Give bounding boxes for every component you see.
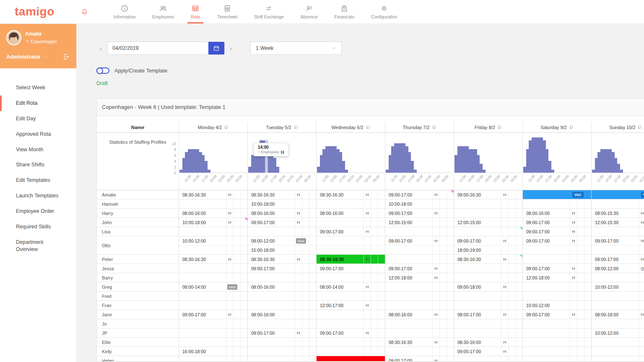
range-select[interactable]: 1 Week: [250, 41, 342, 55]
shift-cell[interactable]: 09:00-17:00H: [179, 310, 247, 319]
shift-cell[interactable]: 08:30-16:30H: [385, 338, 454, 346]
shift-cell[interactable]: 09:00-17:00H: [522, 310, 591, 319]
shift-cell[interactable]: 08:00-12:00Q: [591, 264, 644, 273]
shift-cell[interactable]: [247, 227, 316, 236]
shift-cell[interactable]: [179, 292, 247, 300]
shift-cell[interactable]: [385, 301, 454, 310]
sidebar-item-edit-rota[interactable]: Edit Rota: [0, 96, 76, 111]
shift-cell[interactable]: [591, 319, 644, 328]
shift-cell[interactable]: [454, 273, 522, 282]
sidebar-item-select-week[interactable]: Select Week: [0, 80, 76, 96]
sign-out-icon[interactable]: [62, 53, 70, 60]
shift-cell[interactable]: [385, 347, 454, 356]
shift-cell[interactable]: 08:00-17:00H: [454, 310, 522, 319]
shift-cell[interactable]: 09:00-17:00H: [385, 190, 454, 199]
shift-cell[interactable]: 08:00-14:00QWeb: [179, 282, 247, 291]
shift-cell[interactable]: [316, 356, 385, 362]
shift-cell[interactable]: [316, 292, 385, 300]
shift-cell[interactable]: 09:00-17:00H: [316, 328, 385, 337]
shift-cell[interactable]: [316, 199, 385, 208]
shift-cell[interactable]: 09:00-18:00H: [454, 282, 522, 291]
shift-cell[interactable]: 10:00-18:00: [385, 199, 454, 208]
shift-cell[interactable]: [385, 227, 454, 236]
shift-cell[interactable]: [591, 301, 644, 310]
shift-cell[interactable]: [454, 209, 522, 217]
shift-cell[interactable]: 09:00-17:00H: [316, 227, 385, 236]
shift-cell[interactable]: 10:00-18:00: [247, 199, 316, 208]
shift-cell[interactable]: [522, 282, 591, 291]
next-week-chevron[interactable]: ›: [226, 45, 235, 52]
shift-cell[interactable]: [522, 199, 591, 208]
duplicate-day-icon[interactable]: [497, 125, 502, 129]
apply-template-toggle[interactable]: [96, 67, 109, 74]
duplicate-day-icon[interactable]: [293, 125, 298, 129]
shift-cell[interactable]: 12:00-15:30H: [591, 218, 644, 227]
shift-cell[interactable]: 08:30-16:30H: [179, 255, 247, 264]
shift-cell[interactable]: 10:00-12:00: [179, 236, 247, 254]
shift-cell[interactable]: [385, 292, 454, 300]
shift-cell[interactable]: 08:00-16:00H: [247, 209, 316, 217]
shift-cell[interactable]: 09:00-17:00H: [385, 264, 454, 273]
staffing-chart-thursday-7-2[interactable]: 11:0014:0017:0020:0023:0002:0005:00: [385, 133, 454, 190]
shift-cell[interactable]: 08:00-16:00: [247, 310, 316, 319]
staffing-chart-tuesday-5-2[interactable]: 11:0014:0017:0020:0023:0002:0005:0014:00…: [247, 133, 316, 190]
shift-cell[interactable]: [522, 347, 591, 356]
shift-cell[interactable]: 08:00-16:00H: [522, 209, 591, 217]
shift-cell[interactable]: 08:30-16:30H: [316, 190, 385, 199]
shift-cell[interactable]: 09:00-17:00H: [522, 236, 591, 254]
shift-cell[interactable]: [454, 227, 522, 236]
duplicate-day-icon[interactable]: [432, 125, 436, 129]
shift-cell[interactable]: [522, 319, 591, 328]
shift-cell[interactable]: 09:00-17:00H: [591, 255, 644, 264]
shift-cell[interactable]: 08:00-16:00H: [179, 209, 247, 217]
sidebar-item-launch-templates[interactable]: Launch Templates: [0, 188, 76, 204]
shift-cell[interactable]: [522, 356, 591, 362]
shift-cell[interactable]: [316, 347, 385, 356]
shift-cell[interactable]: [316, 236, 385, 254]
sidebar-item-approved-rota[interactable]: Approved Rota: [0, 127, 76, 142]
topnav-item-absence[interactable]: Absence: [292, 0, 326, 23]
sidebar-item-view-month[interactable]: View Month: [0, 142, 76, 158]
shift-cell[interactable]: VAC: [522, 190, 591, 199]
shift-cell[interactable]: 09:00-17:00H: [385, 236, 454, 254]
shift-cell[interactable]: [179, 319, 247, 328]
topnav-item-employees[interactable]: Employees: [144, 0, 182, 23]
shift-cell[interactable]: 09:00-17:00H18:00-19:00: [454, 236, 522, 254]
shift-cell[interactable]: [179, 301, 247, 310]
shift-cell[interactable]: [179, 264, 247, 273]
shift-cell[interactable]: [179, 338, 247, 346]
shift-cell[interactable]: 09:00-17:00H: [522, 227, 591, 236]
shift-cell[interactable]: [316, 273, 385, 282]
sidebar-item-required-skills[interactable]: Required Skills: [0, 219, 76, 235]
staffing-chart-sunday-10-2[interactable]: 11:0014:0017:0020:0023:0002:0005:00: [591, 133, 644, 190]
shift-cell[interactable]: 12:00-17:00H: [316, 301, 385, 310]
shift-cell[interactable]: 10:00-12:00: [522, 301, 591, 310]
shift-cell[interactable]: [591, 199, 644, 208]
shift-cell[interactable]: 08:00-16:00H: [385, 310, 454, 319]
topnav-item-rota[interactable]: Rota: [182, 0, 208, 23]
shift-cell[interactable]: [591, 356, 644, 362]
shift-cell[interactable]: [247, 338, 316, 346]
date-input[interactable]: 04/02/2019: [107, 42, 208, 54]
shift-cell[interactable]: 12:00-18:00H: [522, 273, 591, 282]
shift-cell[interactable]: 08:30-16:30H: [247, 190, 316, 199]
topnav-item-shift-exchange[interactable]: Shift Exchange: [246, 0, 292, 23]
sidebar-item-share-shifts[interactable]: Share Shifts: [0, 157, 76, 173]
shift-cell[interactable]: 09:00-17:00: [247, 264, 316, 273]
shift-cell[interactable]: [247, 273, 316, 282]
shift-cell[interactable]: 10:00-12:00: [591, 282, 644, 291]
shift-cell[interactable]: [522, 338, 591, 346]
shift-cell[interactable]: [316, 310, 385, 319]
shift-cell[interactable]: [454, 264, 522, 273]
shift-cell[interactable]: 12:00-18:00H: [385, 273, 454, 282]
shift-cell[interactable]: [454, 301, 522, 310]
shift-cell[interactable]: [522, 328, 591, 337]
avatar[interactable]: [6, 30, 21, 45]
topnav-item-timesheet[interactable]: Timesheet: [208, 0, 246, 23]
shift-cell[interactable]: 09:00-17:00H: [385, 209, 454, 217]
shift-cell[interactable]: [316, 338, 385, 346]
shift-cell[interactable]: 10:00-18:00H: [179, 218, 247, 227]
shift-cell[interactable]: 09:00-17:00H: [522, 218, 591, 227]
sidebar-item-edit-templates[interactable]: Edit Templates: [0, 173, 76, 188]
shift-cell[interactable]: [522, 255, 591, 264]
